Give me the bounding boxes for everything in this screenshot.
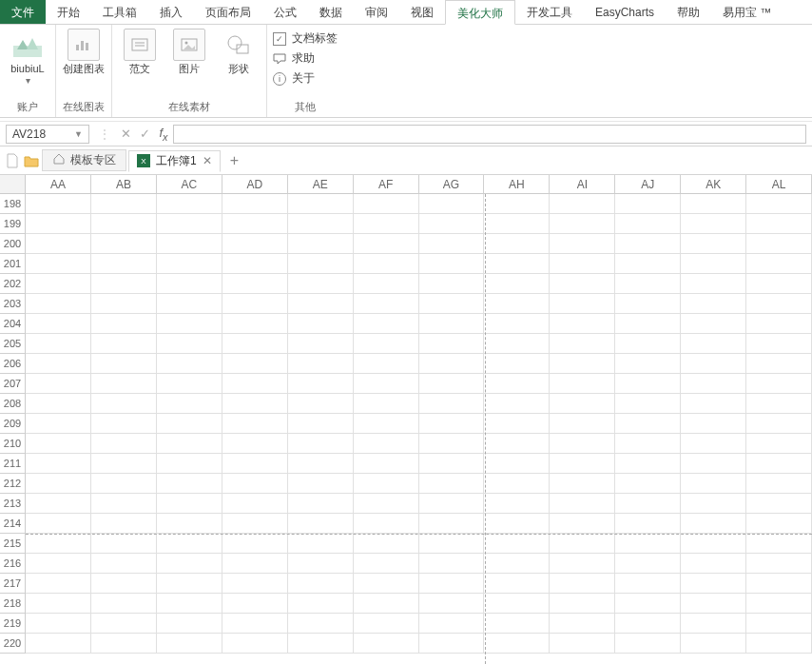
row-header[interactable]: 216 xyxy=(0,554,26,574)
cell[interactable] xyxy=(681,414,746,434)
cell[interactable] xyxy=(746,294,812,314)
cell[interactable] xyxy=(157,394,222,414)
cell[interactable] xyxy=(746,214,812,234)
cell[interactable] xyxy=(157,534,222,554)
cell[interactable] xyxy=(157,494,222,514)
cell[interactable] xyxy=(288,254,354,274)
cell[interactable] xyxy=(746,574,812,594)
cell[interactable] xyxy=(615,254,681,274)
cell[interactable] xyxy=(484,454,550,474)
cell[interactable] xyxy=(354,534,419,554)
cell[interactable] xyxy=(484,414,550,434)
cell[interactable] xyxy=(91,234,157,254)
cell[interactable] xyxy=(746,634,812,654)
cell[interactable] xyxy=(681,574,746,594)
cell[interactable] xyxy=(91,194,157,214)
cell[interactable] xyxy=(354,234,419,254)
cell[interactable] xyxy=(484,214,550,234)
tab-7[interactable]: 视图 xyxy=(399,0,445,24)
open-folder-icon[interactable] xyxy=(23,152,40,169)
cell[interactable] xyxy=(681,434,746,454)
cell[interactable] xyxy=(222,454,288,474)
row-header[interactable]: 205 xyxy=(0,334,26,354)
row-header[interactable]: 218 xyxy=(0,594,26,614)
cell[interactable] xyxy=(26,374,91,394)
cell[interactable] xyxy=(91,574,157,594)
cell[interactable] xyxy=(550,194,615,214)
cell[interactable] xyxy=(288,614,354,634)
cell[interactable] xyxy=(484,474,550,494)
cell[interactable] xyxy=(681,234,746,254)
tab-8[interactable]: 美化大师 xyxy=(445,0,515,25)
cell[interactable] xyxy=(681,474,746,494)
cell[interactable] xyxy=(419,194,485,214)
cell[interactable] xyxy=(615,414,681,434)
cell[interactable] xyxy=(550,534,615,554)
cell[interactable] xyxy=(354,454,419,474)
cell[interactable] xyxy=(288,574,354,594)
cell[interactable] xyxy=(288,434,354,454)
tab-file[interactable]: 文件 xyxy=(0,0,46,24)
cell[interactable] xyxy=(222,614,288,634)
accept-formula-button[interactable]: ✓ xyxy=(135,127,154,141)
cell[interactable] xyxy=(681,454,746,474)
cell[interactable] xyxy=(288,634,354,654)
cell[interactable] xyxy=(222,514,288,534)
cell[interactable] xyxy=(419,614,485,634)
cell[interactable] xyxy=(419,294,485,314)
column-header[interactable]: AE xyxy=(288,175,354,194)
cell[interactable] xyxy=(354,514,419,534)
cell[interactable] xyxy=(681,634,746,654)
cells-area[interactable] xyxy=(26,194,812,664)
cell[interactable] xyxy=(288,294,354,314)
cell[interactable] xyxy=(681,354,746,374)
cell[interactable] xyxy=(91,274,157,294)
cell[interactable] xyxy=(550,214,615,234)
cell[interactable] xyxy=(484,254,550,274)
cell[interactable] xyxy=(615,534,681,554)
cell[interactable] xyxy=(288,414,354,434)
cell[interactable] xyxy=(222,414,288,434)
row-header[interactable]: 206 xyxy=(0,354,26,374)
cell[interactable] xyxy=(288,274,354,294)
cell[interactable] xyxy=(222,194,288,214)
cell[interactable] xyxy=(157,634,222,654)
cell[interactable] xyxy=(288,314,354,334)
cell[interactable] xyxy=(681,614,746,634)
cell[interactable] xyxy=(157,274,222,294)
cell[interactable] xyxy=(26,194,91,214)
cell[interactable] xyxy=(484,314,550,334)
cell[interactable] xyxy=(288,454,354,474)
row-header[interactable]: 201 xyxy=(0,254,26,274)
cell[interactable] xyxy=(26,354,91,374)
cell[interactable] xyxy=(746,514,812,534)
cell[interactable] xyxy=(550,354,615,374)
cell[interactable] xyxy=(288,354,354,374)
cell[interactable] xyxy=(419,274,485,294)
cell[interactable] xyxy=(26,314,91,334)
cell[interactable] xyxy=(419,434,485,454)
cell[interactable] xyxy=(157,474,222,494)
workbook-tab[interactable]: X 工作簿1 ✕ xyxy=(128,150,221,172)
cell[interactable] xyxy=(288,474,354,494)
column-header[interactable]: AK xyxy=(681,175,746,194)
cell[interactable] xyxy=(419,234,485,254)
cell[interactable] xyxy=(26,254,91,274)
cell[interactable] xyxy=(419,314,485,334)
cell[interactable] xyxy=(91,454,157,474)
cell[interactable] xyxy=(91,294,157,314)
cell[interactable] xyxy=(157,594,222,614)
row-header[interactable]: 210 xyxy=(0,434,26,454)
cell[interactable] xyxy=(550,334,615,354)
cell[interactable] xyxy=(681,334,746,354)
cell[interactable] xyxy=(746,374,812,394)
cell[interactable] xyxy=(615,614,681,634)
column-header[interactable]: AD xyxy=(222,175,288,194)
cell[interactable] xyxy=(419,534,485,554)
cell[interactable] xyxy=(222,314,288,334)
cell[interactable] xyxy=(222,394,288,414)
cell[interactable] xyxy=(550,314,615,334)
cell[interactable] xyxy=(615,374,681,394)
cell[interactable] xyxy=(157,214,222,234)
cell[interactable] xyxy=(550,394,615,414)
